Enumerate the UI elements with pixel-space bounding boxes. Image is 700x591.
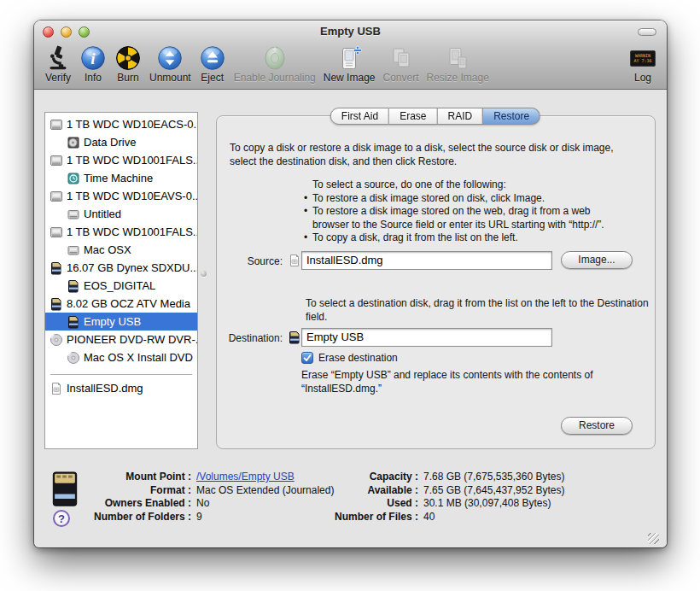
list-separator bbox=[50, 374, 192, 375]
splitter-handle[interactable] bbox=[201, 271, 207, 277]
toolbar-button-eject[interactable]: Eject bbox=[199, 44, 226, 84]
info-row-used: Used :30.1 MB (30,097,408 Bytes) bbox=[290, 497, 564, 511]
toolbar-button-label: Info bbox=[85, 72, 102, 84]
info-label: Capacity : bbox=[290, 471, 418, 484]
help-button[interactable]: ? bbox=[53, 510, 70, 527]
ext-drive-icon bbox=[50, 225, 63, 239]
ext-drive-icon bbox=[50, 190, 63, 203]
sidebar-item-data-drive[interactable]: Data Drive bbox=[45, 133, 197, 151]
sidebar-item-label: Data Drive bbox=[84, 136, 136, 149]
toolbar-button-resize-image: Resize Image bbox=[427, 44, 489, 84]
info-value: 7.68 GB (7,675,535,360 Bytes) bbox=[423, 471, 564, 484]
toolbar-button-new-image[interactable]: New Image bbox=[324, 44, 376, 84]
volume-info-right: Capacity :7.68 GB (7,675,535,360 Bytes)A… bbox=[290, 471, 564, 524]
toolbar-button-info[interactable]: iInfo bbox=[79, 44, 107, 84]
time-machine-icon bbox=[67, 172, 80, 185]
toolbar-button-unmount[interactable]: Unmount bbox=[149, 44, 191, 84]
minimize-button[interactable] bbox=[61, 26, 72, 38]
destination-field[interactable]: Empty USB bbox=[301, 328, 552, 347]
volume-icon bbox=[67, 208, 80, 221]
info-icon: i bbox=[79, 44, 107, 72]
tab-erase[interactable]: Erase bbox=[389, 108, 437, 125]
toolbar-button-label: Verify bbox=[45, 72, 71, 84]
image-button[interactable]: Image... bbox=[561, 251, 633, 269]
destination-label: Destination: bbox=[217, 332, 283, 344]
sidebar-item-eos-digital[interactable]: EOS_DIGITAL bbox=[45, 277, 197, 295]
checkmark-icon bbox=[302, 353, 312, 363]
toolbar-button-log[interactable]: WARNINAY 7:36Log bbox=[629, 44, 656, 84]
tab-first-aid[interactable]: First Aid bbox=[330, 108, 389, 125]
sidebar-item-label: Mac OSX bbox=[84, 243, 131, 256]
tab-raid[interactable]: RAID bbox=[438, 108, 484, 125]
info-label: Number of Files : bbox=[290, 511, 418, 524]
hd-platter-icon bbox=[67, 136, 80, 149]
sidebar-item-pioneer-dvd-rw-dvr[interactable]: PIONEER DVD-RW DVR-... bbox=[45, 331, 197, 348]
burn-icon bbox=[114, 44, 142, 72]
sidebar-item-mac-os-x-install-dvd[interactable]: Mac OS X Install DVD bbox=[45, 348, 197, 366]
window-title: Empty USB bbox=[34, 20, 667, 43]
sidebar-item-8-02-gb-ocz-atv-media[interactable]: 8.02 GB OCZ ATV Media bbox=[45, 295, 197, 313]
info-label: Mount Point : bbox=[82, 471, 191, 484]
usb-volume-icon bbox=[288, 331, 301, 344]
resize-icon bbox=[444, 44, 471, 72]
sidebar-item-label: 8.02 GB OCZ ATV Media bbox=[67, 297, 190, 310]
resize-grip[interactable] bbox=[648, 533, 659, 544]
sidebar-item-installesd-dmg[interactable]: InstallESD.dmg bbox=[45, 379, 197, 397]
ext-drive-icon bbox=[50, 154, 63, 167]
info-label: Format : bbox=[82, 484, 191, 498]
sidebar-item-16-07-gb-dynex-sdxdu[interactable]: 16.07 GB Dynex SDXDU... bbox=[45, 259, 197, 277]
journaling-icon bbox=[261, 44, 289, 72]
sidebar-item-1-tb-wdc-wd1001fals[interactable]: 1 TB WDC WD1001FALS... bbox=[45, 223, 197, 241]
sidebar-item-label: 16.07 GB Dynex SDXDU... bbox=[67, 261, 198, 274]
device-list: 1 TB WDC WD10EACS-0...Data Drive1 TB WDC… bbox=[44, 112, 198, 449]
toolbar-button-label: Enable Journaling bbox=[234, 72, 316, 84]
sidebar-item-time-machine[interactable]: Time Machine bbox=[45, 169, 197, 187]
toolbar-button-label: Burn bbox=[117, 72, 138, 84]
sd-card-icon bbox=[67, 315, 80, 329]
toolbar-button-label: Unmount bbox=[149, 72, 191, 84]
sidebar-item-label: 1 TB WDC WD1001FALS... bbox=[67, 225, 198, 238]
ext-drive-icon bbox=[50, 118, 63, 132]
toolbar-toggle-button[interactable] bbox=[638, 28, 656, 36]
close-button[interactable] bbox=[43, 26, 54, 38]
erase-destination-label: Erase destination bbox=[318, 352, 398, 364]
tab-restore[interactable]: Restore bbox=[483, 108, 540, 125]
sidebar-item-untitled[interactable]: Untitled bbox=[45, 205, 197, 223]
info-value: 40 bbox=[423, 511, 435, 524]
sd-card-icon bbox=[67, 279, 80, 293]
toolbar: VerifyiInfoBurnUnmountEjectEnable Journa… bbox=[34, 43, 667, 89]
bullet-text: To restore a disk image stored on disk, … bbox=[312, 192, 615, 206]
source-help-block: To select a source, do one of the follow… bbox=[304, 178, 615, 245]
restore-pane: To copy a disk or restore a disk image t… bbox=[216, 115, 656, 449]
volume-icon bbox=[67, 243, 80, 257]
erase-destination-checkbox[interactable] bbox=[301, 352, 313, 364]
sidebar-item-label: Empty USB bbox=[84, 315, 141, 328]
sidebar-item-label: PIONEER DVD-RW DVR-... bbox=[67, 333, 198, 346]
bullet-dot: • bbox=[304, 192, 312, 206]
sidebar-item-label: 1 TB WDC WD10EACS-0... bbox=[67, 118, 198, 131]
log-screen-icon: WARNINAY 7:36 bbox=[629, 44, 656, 72]
convert-icon bbox=[388, 44, 415, 72]
window-chrome: Empty USB VerifyiInfoBurnUnmountEjectEna… bbox=[34, 20, 667, 90]
dvd-icon bbox=[67, 351, 80, 365]
window-content: 1 TB WDC WD10EACS-0...Data Drive1 TB WDC… bbox=[34, 90, 667, 547]
sidebar-item-1-tb-wdc-wd10eavs-0[interactable]: 1 TB WDC WD10EAVS-0... bbox=[45, 187, 197, 205]
log-screen-display: WARNINAY 7:36 bbox=[630, 50, 656, 67]
toolbar-button-label: Convert bbox=[382, 72, 418, 84]
sidebar-item-1-tb-wdc-wd10eacs-0[interactable]: 1 TB WDC WD10EACS-0... bbox=[45, 115, 197, 133]
restore-button[interactable]: Restore bbox=[561, 417, 633, 435]
zoom-button[interactable] bbox=[79, 26, 90, 38]
toolbar-button-verify[interactable]: Verify bbox=[44, 44, 72, 84]
toolbar-button-burn[interactable]: Burn bbox=[114, 44, 142, 84]
sidebar-item-1-tb-wdc-wd1001fals[interactable]: 1 TB WDC WD1001FALS... bbox=[45, 151, 197, 169]
mount-point-link[interactable]: /Volumes/Empty USB bbox=[196, 471, 295, 484]
toolbar-button-label: Resize Image bbox=[427, 72, 489, 84]
source-field[interactable]: InstallESD.dmg bbox=[301, 251, 552, 270]
sidebar-item-label: EOS_DIGITAL bbox=[84, 279, 155, 292]
svg-text:i: i bbox=[90, 50, 96, 67]
titlebar[interactable]: Empty USB bbox=[34, 20, 667, 43]
sd-card-icon bbox=[50, 297, 63, 311]
sidebar-item-label: Untitled bbox=[84, 208, 121, 220]
sidebar-item-empty-usb[interactable]: Empty USB bbox=[45, 313, 197, 331]
sidebar-item-mac-osx[interactable]: Mac OSX bbox=[45, 241, 197, 259]
